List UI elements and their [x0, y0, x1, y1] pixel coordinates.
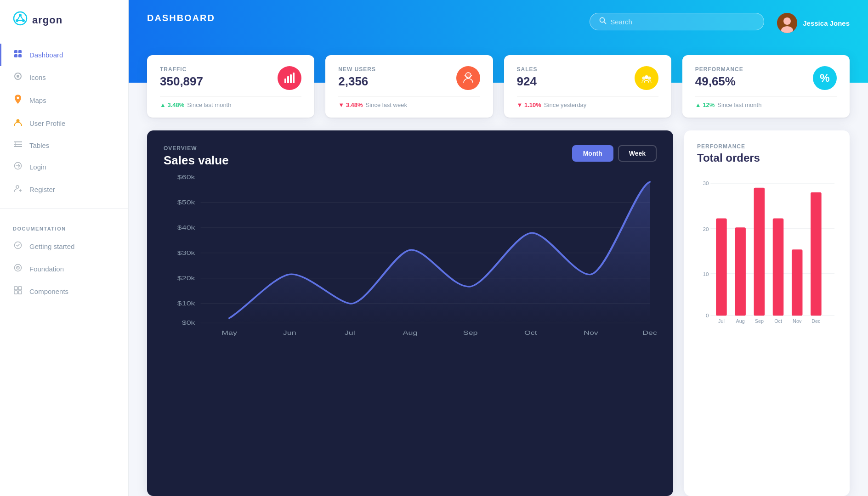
chart-buttons: Month Week: [572, 145, 657, 162]
svg-rect-7: [14, 50, 17, 53]
stat-change-performance: ▲ 12%: [695, 101, 715, 108]
sidebar-item-maps[interactable]: Maps: [0, 89, 128, 112]
sidebar-logo: argon: [0, 11, 128, 44]
week-button[interactable]: Week: [618, 145, 657, 162]
sidebar-item-label: Icons: [29, 73, 46, 81]
sidebar-item-tables[interactable]: Tables: [0, 135, 128, 156]
doc-section-label: DOCUMENTATION: [0, 216, 128, 235]
sidebar-item-label: Dashboard: [29, 51, 63, 59]
svg-rect-27: [18, 287, 22, 290]
svg-rect-9: [14, 54, 17, 57]
stat-change-sales: ▼ 1.10%: [517, 101, 541, 108]
svg-text:$20k: $20k: [177, 275, 195, 282]
month-button[interactable]: Month: [572, 145, 613, 162]
avatar: [777, 13, 797, 33]
sidebar-item-register[interactable]: Register: [0, 178, 128, 201]
sidebar-item-getting-started[interactable]: Getting started: [0, 235, 128, 258]
stat-value-new-users: 2,356: [338, 74, 376, 89]
bar-sep: [754, 188, 765, 316]
percent-icon: %: [820, 72, 829, 85]
stat-icon-performance: %: [813, 66, 837, 90]
stat-card-sales: SALES 924 ▼ 1.10%: [504, 55, 671, 118]
sidebar-item-label: Components: [29, 287, 68, 295]
svg-text:10: 10: [703, 271, 709, 277]
svg-text:$30k: $30k: [177, 250, 195, 256]
svg-rect-36: [287, 76, 289, 83]
stat-change-label-traffic: Since last month: [187, 101, 231, 108]
sidebar-item-label: Foundation: [29, 265, 64, 273]
line-chart-fill: [229, 182, 650, 323]
bar-oct: [773, 219, 784, 316]
stat-label-traffic: TRAFFIC: [160, 66, 203, 73]
stat-label-sales: SALES: [517, 66, 538, 73]
charts-area: OVERVIEW Sales value Month Week: [129, 118, 868, 496]
svg-point-41: [642, 77, 645, 80]
sidebar-nav: Dashboard Icons Maps: [0, 44, 128, 303]
sidebar-item-label: Register: [29, 186, 55, 193]
svg-rect-38: [293, 73, 295, 83]
svg-text:Dec: Dec: [811, 318, 821, 324]
page-title: DASHBOARD: [147, 13, 590, 23]
sidebar-item-components[interactable]: Components: [0, 280, 128, 303]
svg-rect-37: [290, 74, 292, 83]
stat-card-traffic: TRAFFIC 350,897 ▲ 3.48% Since last mont: [147, 55, 314, 118]
svg-rect-8: [18, 50, 22, 53]
stat-value-performance: 49,65%: [695, 74, 743, 89]
stats-cards: TRAFFIC 350,897 ▲ 3.48% Since last mont: [129, 55, 868, 118]
svg-text:Oct: Oct: [774, 318, 782, 324]
svg-text:Nov: Nov: [793, 318, 802, 324]
svg-point-39: [466, 73, 471, 78]
svg-text:$10k: $10k: [177, 300, 195, 307]
sidebar-item-dashboard[interactable]: Dashboard: [0, 44, 128, 66]
sidebar-item-label: Login: [29, 163, 46, 171]
maps-icon: [13, 95, 23, 106]
sidebar-item-label: Maps: [29, 96, 46, 104]
perf-chart-area: 30 20 10 0 Jul Aug: [697, 172, 837, 496]
stat-change-label-new-users: Since last week: [366, 101, 407, 108]
performance-chart-card: PERFORMANCE Total orders 30 20 10 0: [684, 130, 850, 496]
tables-icon: [13, 141, 23, 150]
svg-text:May: May: [221, 329, 237, 336]
search-icon: [599, 17, 607, 26]
sidebar-item-icons[interactable]: Icons: [0, 66, 128, 89]
sidebar-item-label: Getting started: [29, 242, 74, 250]
svg-text:Oct: Oct: [524, 329, 538, 336]
logo-text: argon: [32, 14, 62, 26]
sales-chart-title: Sales value: [164, 153, 229, 168]
svg-text:Aug: Aug: [736, 318, 745, 324]
stat-change-traffic: ▲ 3.48%: [160, 101, 184, 108]
sidebar-item-foundation[interactable]: Foundation: [0, 258, 128, 280]
svg-point-12: [17, 75, 19, 78]
svg-line-31: [604, 22, 606, 24]
stat-card-new-users: NEW USERS 2,356 ▼ 3.48% Since last week: [325, 55, 493, 118]
search-box[interactable]: [590, 13, 764, 30]
svg-point-25: [17, 267, 18, 268]
bar-chart-svg: 30 20 10 0 Jul Aug: [697, 172, 837, 337]
svg-text:0: 0: [706, 312, 709, 318]
svg-text:Jun: Jun: [283, 329, 296, 336]
search-input[interactable]: [610, 18, 755, 26]
svg-rect-26: [14, 287, 17, 290]
sales-chart-card: OVERVIEW Sales value Month Week: [147, 130, 673, 496]
svg-text:Jul: Jul: [718, 318, 725, 324]
sidebar-item-login[interactable]: Login: [0, 156, 128, 178]
stat-label-performance: PERFORMANCE: [695, 66, 743, 73]
svg-text:Aug: Aug: [403, 329, 418, 336]
dashboard-icon: [13, 50, 23, 60]
sidebar-item-user-profile[interactable]: User Profile: [0, 112, 128, 135]
perf-title: Total orders: [697, 152, 837, 164]
icons-icon: [13, 72, 23, 83]
sidebar-item-label: Tables: [29, 141, 49, 149]
main-content: DASHBOARD Jessica Jones: [129, 0, 868, 496]
stat-icon-new-users: [456, 66, 480, 90]
user-menu[interactable]: Jessica Jones: [777, 13, 850, 33]
stat-icon-traffic: [278, 66, 301, 90]
stat-card-performance: PERFORMANCE 49,65% % ▲ 12% Since last mo…: [682, 55, 850, 118]
login-icon: [13, 162, 23, 172]
bar-aug: [735, 227, 746, 316]
user-name: Jessica Jones: [803, 19, 850, 27]
stat-value-traffic: 350,897: [160, 74, 203, 89]
sidebar-divider: [0, 208, 128, 209]
stat-change-new-users: ▼ 3.48%: [338, 101, 363, 108]
svg-rect-10: [18, 54, 22, 57]
